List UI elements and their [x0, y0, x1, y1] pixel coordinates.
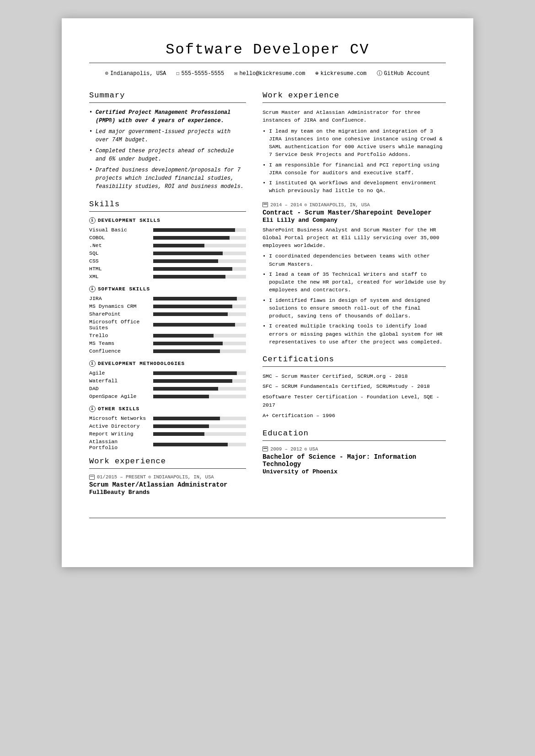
summary-list: Certified Project Management Professiona…: [89, 108, 246, 191]
summary-item-1: Certified Project Management Professiona…: [89, 108, 246, 125]
job-meta-fullbeauty: 01/2015 – PRESENT ⊙ INDIANAPOLIS, IN, US…: [89, 474, 246, 480]
work-exp-bullets-main: I lead my team on the migration and inte…: [262, 127, 446, 195]
software-skills-title: i SOFTWARE SKILLS: [89, 286, 246, 292]
cert-3: eSoftware Tester Certification - Foundat…: [262, 393, 446, 410]
work-exp-right-line: [262, 102, 446, 103]
software-skills-category: i SOFTWARE SKILLS JIRA MS Dynamics CRM S…: [89, 286, 246, 354]
skill-msdynamics: MS Dynamics CRM: [89, 303, 246, 309]
edu-school: University of Phoenix: [262, 468, 446, 475]
edu-degree: Bachelor of Science - Major: Information…: [262, 453, 446, 468]
skill-msteams: MS Teams: [89, 340, 246, 346]
dev-skills-info-icon: i: [89, 217, 96, 224]
contact-github: ⓘ GitHub Account: [377, 70, 430, 77]
edu-location: USA: [310, 446, 318, 452]
certifications-line: [262, 366, 446, 367]
summary-item-4-text: Drafted business development/proposals f…: [96, 167, 244, 190]
phone-icon: ☐: [176, 70, 179, 77]
location-icon: ⊙: [105, 70, 108, 77]
work-bullet-1: I lead my team on the migration and inte…: [262, 127, 446, 159]
skill-cobol: COBOL: [89, 235, 246, 241]
skill-dad: DAD: [89, 386, 246, 391]
software-skills-info-icon: i: [89, 286, 96, 292]
edu-meta-1: 2009 – 2012 ⊙ USA: [262, 446, 446, 452]
job-entry-elililly: 2014 – 2014 ⊙ INDIANAPOLIS, IN, USA Cont…: [262, 202, 446, 346]
cal-icon-fullbeauty: [89, 475, 95, 480]
skill-html: HTML: [89, 266, 246, 272]
other-skills-category: i OTHER SKILLS Microsoft Networks Active…: [89, 406, 246, 450]
cert-1: SMC – Scrum Master Certified, SCRUM.org …: [262, 372, 446, 381]
other-skills-title: i OTHER SKILLS: [89, 406, 246, 412]
work-exp-left-line: [89, 468, 246, 469]
resume-page: Software Developer CV ⊙ Indianapolis, US…: [62, 18, 473, 567]
skill-agile: Agile: [89, 370, 246, 376]
github-icon: ⓘ: [377, 70, 382, 77]
cal-icon-elililly: [262, 202, 268, 207]
github-text: GitHub Account: [384, 70, 430, 77]
education-line: [262, 440, 446, 441]
work-exp-left-section: Work experience 01/2015 – PRESENT ⊙ INDI…: [89, 457, 246, 496]
skill-confluence: Confluence: [89, 348, 246, 354]
job-desc-elililly: SharePoint Business Analyst and Scrum Ma…: [262, 226, 446, 250]
pin-icon-elililly: ⊙: [305, 202, 307, 208]
pin-icon-fullbeauty: ⊙: [148, 474, 151, 480]
dev-skills-category: i DEVELOPMENT SKILLS Visual Basic COBOL …: [89, 217, 246, 279]
edu-entry-1: 2009 – 2012 ⊙ USA Bachelor of Science - …: [262, 446, 446, 475]
edu-cal-icon: [262, 446, 268, 451]
job-bullets-elililly: I coordinated dependencies between teams…: [262, 252, 446, 346]
edu-pin-icon: ⊙: [305, 446, 307, 452]
skill-xml: XML: [89, 273, 246, 279]
left-column: Summary Certified Project Management Pro…: [89, 91, 246, 504]
other-skills-info-icon: i: [89, 406, 96, 412]
job-title-elililly: Contract - Scrum Master/Sharepoint Devel…: [262, 209, 446, 216]
skill-net: .Net: [89, 242, 246, 248]
certifications-heading: Certifications: [262, 355, 446, 364]
cert-4: A+ Certification – 1996: [262, 412, 446, 420]
contact-bar: ⊙ Indianapolis, USA ☐ 555-5555-5555 ✉ he…: [89, 70, 446, 77]
job-location-fullbeauty: INDIANAPOLIS, IN, USA: [153, 474, 214, 480]
skill-jira: JIRA: [89, 295, 246, 301]
work-exp-right-heading: Work experience: [262, 91, 446, 100]
contact-location: ⊙ Indianapolis, USA: [105, 70, 166, 77]
job-company-fullbeauty: FullBeauty Brands: [89, 489, 246, 496]
skill-atlassian: Atlassian Portfolio: [89, 439, 246, 450]
summary-line: [89, 102, 246, 103]
cert-2: SFC – SCRUM Fundamentals Certified, SCRU…: [262, 382, 446, 391]
education-section: Education 2009 – 2012 ⊙ USA Bachelor of …: [262, 429, 446, 475]
job-title-fullbeauty: Scrum Master/Atlassian Administrator: [89, 481, 246, 488]
devmethod-skills-title: i DEVELOPMENT METHODOLOGIES: [89, 360, 246, 367]
other-skills-label: OTHER SKILLS: [98, 406, 139, 412]
education-heading: Education: [262, 429, 446, 438]
job-dates-elililly: 2014 – 2014: [270, 202, 302, 208]
website-text: kickresume.com: [321, 70, 367, 77]
skill-reportwriting: Report Writing: [89, 431, 246, 437]
bottom-divider: [89, 518, 446, 518]
contact-website: ⊕ kickresume.com: [315, 70, 366, 77]
summary-item-2-text: Led major government-issued projects wit…: [96, 129, 230, 143]
edu-dates: 2009 – 2012: [270, 446, 302, 452]
elililly-bullet-3: I identified flaws in design of system a…: [262, 296, 446, 320]
title-divider: [89, 63, 446, 63]
skill-trello: Trello: [89, 332, 246, 338]
contact-email: ✉ hello@kickresume.com: [234, 70, 305, 77]
elililly-bullet-1: I coordinated dependencies between teams…: [262, 252, 446, 268]
dev-skills-label: DEVELOPMENT SKILLS: [98, 218, 160, 223]
web-icon: ⊕: [315, 70, 318, 77]
work-bullet-3: I instituted QA workflows and developmen…: [262, 179, 446, 195]
job-company-elililly: Eli Lilly and Company: [262, 217, 446, 224]
dev-skills-title: i DEVELOPMENT SKILLS: [89, 217, 246, 224]
skill-activedir: Active Directory: [89, 423, 246, 429]
skill-openspace: OpenSpace Agile: [89, 393, 246, 399]
skill-msoffice: Microsoft Office Suites: [89, 319, 246, 331]
skill-sharepoint: SharePoint: [89, 311, 246, 317]
job-entry-fullbeauty: 01/2015 – PRESENT ⊙ INDIANAPOLIS, IN, US…: [89, 474, 246, 496]
work-exp-left-heading: Work experience: [89, 457, 246, 466]
main-content: Summary Certified Project Management Pro…: [89, 91, 446, 504]
certifications-section: Certifications SMC – Scrum Master Certif…: [262, 355, 446, 420]
work-exp-right-section: Work experience Scrum Master and Atlassi…: [262, 91, 446, 346]
summary-item-1-text: Certified Project Management Professiona…: [96, 109, 230, 124]
summary-item-4: Drafted business development/proposals f…: [89, 166, 246, 191]
skill-css: CSS: [89, 258, 246, 264]
summary-item-2: Led major government-issued projects wit…: [89, 128, 246, 144]
location-text: Indianapolis, USA: [110, 70, 166, 77]
job-dates-fullbeauty: 01/2015 – PRESENT: [97, 474, 146, 480]
